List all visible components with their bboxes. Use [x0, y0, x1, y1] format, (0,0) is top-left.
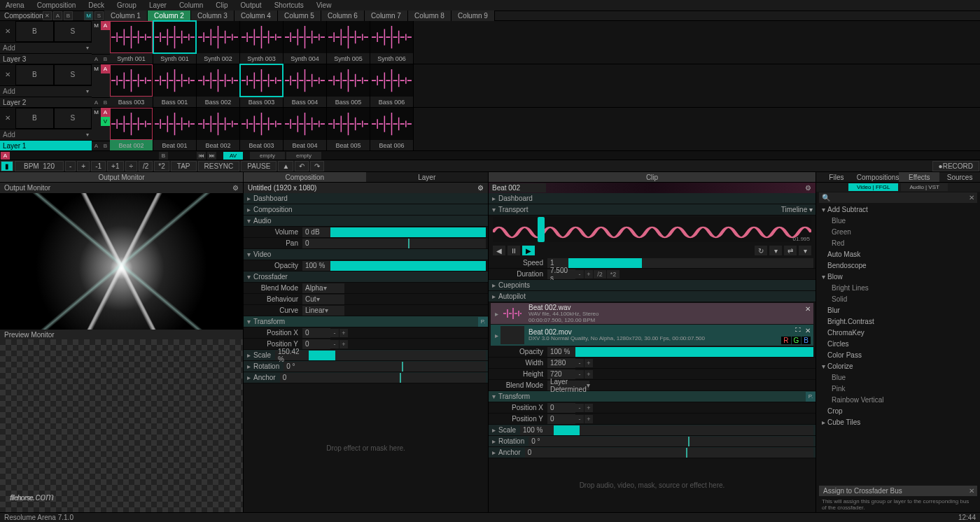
expand-icon[interactable]: ▾: [244, 217, 253, 225]
assign-crossfader[interactable]: Assign to Crossfader Bus✕: [819, 486, 977, 496]
menu-deck[interactable]: Deck: [88, 1, 104, 9]
menu-layer[interactable]: Layer: [149, 1, 167, 9]
dur-half[interactable]: /2: [594, 270, 606, 278]
clip-cell[interactable]: Bass 002: [197, 64, 240, 107]
clip-cell[interactable]: Beat 006: [370, 108, 414, 150]
effect-item[interactable]: Bendoscope: [819, 260, 977, 271]
effect-preset[interactable]: Bright Lines: [819, 282, 977, 293]
expand-icon[interactable]: ▸: [489, 437, 498, 445]
menu-arena[interactable]: Arena: [6, 1, 24, 9]
clip-cell[interactable]: Synth 003: [240, 21, 284, 64]
effect-item[interactable]: Circles: [819, 338, 977, 349]
m-toggle[interactable]: M: [92, 108, 101, 117]
drop-zone[interactable]: Drop effect or mask here.: [244, 383, 488, 512]
menu-view[interactable]: View: [316, 1, 332, 9]
expand-icon[interactable]: ▾: [244, 251, 253, 258]
clip-cell[interactable]: Synth 001: [153, 21, 197, 64]
preset-icon[interactable]: P.: [478, 317, 488, 327]
play-button[interactable]: ▶: [522, 246, 535, 255]
empty-1[interactable]: empty: [250, 152, 285, 160]
toolbar-op[interactable]: ÷: [125, 161, 138, 171]
effect-item[interactable]: Blur: [819, 304, 977, 316]
a-toggle[interactable]: A: [101, 64, 110, 73]
m-toggle[interactable]: M: [92, 64, 101, 73]
layer-b-button[interactable]: B: [15, 108, 54, 129]
expand-icon[interactable]: ▸: [489, 292, 498, 300]
gear-icon[interactable]: ⚙: [805, 184, 811, 192]
layer-close[interactable]: ✕: [0, 108, 15, 129]
toolbar-op[interactable]: +1: [107, 161, 123, 171]
close-icon[interactable]: ✕: [805, 327, 811, 334]
output-monitor-view[interactable]: [0, 193, 243, 330]
clip-cell[interactable]: Bass 006: [370, 64, 414, 107]
v-toggle[interactable]: [101, 73, 110, 83]
effect-preset[interactable]: Solid: [819, 293, 977, 304]
clip-cell[interactable]: Bass 003: [240, 64, 284, 107]
gear-icon[interactable]: ⚙: [232, 184, 239, 192]
composition-tab[interactable]: Composition: [244, 172, 366, 182]
a-toggle[interactable]: A: [101, 21, 110, 30]
dur-double[interactable]: *2: [607, 270, 620, 278]
dur-minus[interactable]: -: [575, 270, 584, 278]
layer-s-button[interactable]: S: [54, 108, 92, 129]
toolbar-op[interactable]: /2: [139, 161, 153, 171]
effect-preset[interactable]: Blue: [819, 215, 977, 226]
layer-s-button[interactable]: S: [54, 64, 92, 85]
clip-waveform[interactable]: 01.995: [493, 217, 811, 242]
effect-item[interactable]: ▸Cube Tiles: [819, 416, 977, 428]
clip-cell[interactable]: Beat 002: [197, 108, 240, 150]
clip-cell[interactable]: Beat 002: [110, 108, 153, 150]
clear-search[interactable]: ✕: [969, 194, 974, 202]
effect-item[interactable]: ▾Blow: [819, 271, 977, 282]
clip-cell[interactable]: Synth 006: [370, 21, 414, 64]
badge-b1[interactable]: B: [159, 152, 168, 160]
redo-button[interactable]: ↷: [310, 161, 324, 171]
toolbar-op[interactable]: TAP: [171, 161, 197, 171]
comp-s[interactable]: S: [94, 11, 104, 20]
toolbar-op[interactable]: +: [77, 161, 90, 171]
column-header[interactable]: Column 1: [104, 10, 148, 21]
expand-icon[interactable]: ▸: [244, 362, 253, 370]
layer-add[interactable]: Add: [0, 85, 92, 97]
clip-cell[interactable]: Bass 001: [153, 64, 197, 107]
expand-icon[interactable]: ▾: [489, 206, 498, 213]
record-button[interactable]: ● RECORD: [932, 161, 979, 171]
toolbar-op[interactable]: -: [65, 161, 76, 171]
menu-group[interactable]: Group: [117, 1, 136, 9]
clip-cell[interactable]: Synth 005: [327, 21, 370, 64]
output-monitor-tab[interactable]: Output Monitor: [0, 172, 243, 182]
expand-icon[interactable]: ▸: [244, 195, 253, 202]
column-header[interactable]: Column 7: [365, 10, 408, 21]
clip-name-input[interactable]: [490, 183, 546, 192]
toolbar-op[interactable]: -1: [91, 161, 106, 171]
effect-preset[interactable]: Red: [819, 237, 977, 248]
expand-icon[interactable]: ▾: [244, 318, 253, 325]
column-header[interactable]: Column 4: [234, 10, 278, 21]
effect-preset[interactable]: Blue: [819, 372, 977, 383]
clip-cell[interactable]: Bass 004: [284, 64, 327, 107]
effect-preset[interactable]: Green: [819, 226, 977, 237]
clip-cell[interactable]: Beat 001: [153, 108, 197, 150]
expand-icon[interactable]: ▾: [244, 273, 253, 281]
menu-output[interactable]: Output: [241, 1, 262, 9]
comp-a[interactable]: A: [53, 11, 62, 20]
clip-drop-zone[interactable]: Drop audio, video, mask, source or effec…: [489, 458, 816, 512]
expand-icon[interactable]: ▸: [489, 281, 498, 289]
subtab[interactable]: Audio | VST: [901, 183, 948, 191]
clip-cell[interactable]: Bass 003: [110, 64, 153, 107]
badge-next[interactable]: ⏭: [207, 152, 216, 160]
clip-cell[interactable]: Bass 005: [327, 64, 370, 107]
loop-button[interactable]: ↻: [755, 246, 767, 255]
media-audio[interactable]: ▸Beat 002.wavWAV file, 44.100kHz, Stereo…: [491, 303, 813, 324]
column-header[interactable]: Column 8: [408, 10, 451, 21]
undo-button[interactable]: ↶: [295, 161, 309, 171]
toolbar-op[interactable]: *2: [154, 161, 169, 171]
bpm-display[interactable]: BPM 120: [15, 161, 64, 171]
expand-icon[interactable]: ▸: [244, 351, 253, 359]
effect-item[interactable]: Bright.Contrast: [819, 316, 977, 327]
effect-item[interactable]: Color Pass: [819, 349, 977, 360]
a-toggle[interactable]: A: [101, 108, 110, 117]
layer-add[interactable]: Add: [0, 129, 92, 141]
av-toggle[interactable]: AV: [223, 152, 243, 160]
layer-b-button[interactable]: B: [15, 64, 54, 85]
